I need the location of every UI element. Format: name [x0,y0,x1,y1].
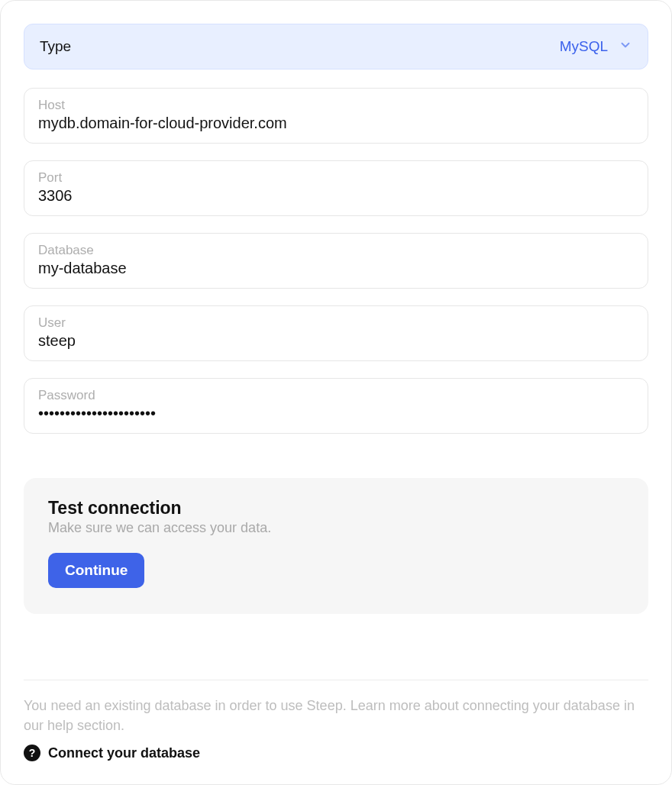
password-label: Password [38,388,634,403]
user-field[interactable]: User [24,305,648,361]
user-label: User [38,315,634,331]
port-label: Port [38,170,634,186]
password-input[interactable] [38,405,634,422]
type-label: Type [40,38,71,55]
test-connection-panel: Test connection Make sure we can access … [24,478,648,614]
help-icon: ? [24,745,40,761]
database-field[interactable]: Database [24,233,648,289]
test-subtitle: Make sure we can access your data. [48,520,624,536]
help-link[interactable]: ? Connect your database [24,745,648,761]
type-select[interactable]: Type MySQL [24,24,648,69]
continue-button[interactable]: Continue [48,553,144,588]
user-input[interactable] [38,332,634,350]
type-value: MySQL [560,38,608,55]
divider [24,680,648,680]
footer-info: You need an existing database in order t… [24,696,648,735]
host-input[interactable] [38,115,634,132]
port-input[interactable] [38,187,634,205]
host-field[interactable]: Host [24,88,648,144]
port-field[interactable]: Port [24,160,648,216]
test-title: Test connection [48,498,624,518]
type-value-wrap: MySQL [560,38,632,55]
db-config-card: Type MySQL Host Port Database User Passw… [0,0,672,785]
database-label: Database [38,243,634,258]
password-field[interactable]: Password [24,378,648,434]
database-input[interactable] [38,260,634,277]
help-link-text: Connect your database [48,745,200,761]
host-label: Host [38,98,634,113]
chevron-down-icon [619,38,632,55]
